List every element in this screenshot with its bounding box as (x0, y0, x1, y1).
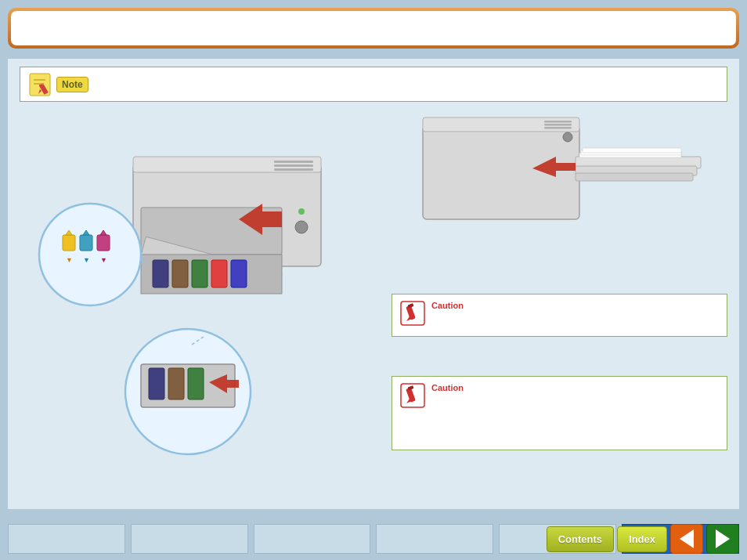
svg-point-21 (39, 204, 141, 305)
svg-rect-49 (583, 148, 681, 153)
caution-1-label: Caution (431, 301, 464, 310)
note-icon (28, 70, 56, 99)
svg-point-19 (295, 221, 308, 233)
top-bar-inner (11, 11, 736, 45)
svg-rect-35 (188, 368, 204, 399)
back-button[interactable] (670, 524, 703, 554)
note-box: Note (20, 67, 727, 102)
svg-rect-17 (231, 260, 247, 287)
svg-rect-46 (576, 173, 693, 181)
svg-rect-25 (80, 235, 92, 251)
caution-2-label: Caution (431, 383, 464, 392)
caution-2-icon (400, 383, 425, 408)
index-button[interactable]: Index (617, 526, 667, 552)
svg-rect-8 (274, 164, 313, 167)
svg-rect-22 (63, 235, 75, 251)
svg-rect-14 (172, 260, 188, 287)
note-label: Note (56, 77, 88, 92)
svg-point-51 (563, 132, 572, 142)
svg-rect-43 (544, 127, 572, 129)
bottom-tab-3[interactable] (254, 524, 371, 554)
svg-rect-34 (168, 368, 184, 399)
caution-box-2: Caution (392, 376, 727, 450)
bottom-tab-2[interactable] (131, 524, 248, 554)
main-content: Note (8, 59, 739, 509)
forward-arrow-icon (716, 529, 730, 548)
forward-button[interactable] (706, 524, 739, 554)
top-bar (8, 8, 739, 49)
svg-rect-16 (211, 260, 227, 287)
svg-rect-33 (149, 368, 164, 399)
svg-rect-9 (274, 168, 313, 171)
right-printer-illustration (376, 110, 727, 282)
svg-rect-7 (274, 161, 313, 163)
left-printer-illustration: ▼ ▼ ▼ (23, 110, 352, 470)
svg-rect-41 (544, 121, 572, 123)
caution-1-icon (400, 301, 425, 326)
svg-rect-42 (544, 124, 572, 126)
svg-text:▼: ▼ (66, 256, 73, 264)
bottom-tab-4[interactable] (376, 524, 493, 554)
contents-button[interactable]: Contents (547, 526, 614, 552)
svg-text:▼: ▼ (83, 256, 90, 264)
svg-point-20 (298, 208, 305, 215)
svg-rect-28 (97, 235, 110, 251)
back-arrow-icon (680, 529, 694, 548)
bottom-tab-1[interactable] (8, 524, 125, 554)
caution-box-1: Caution (392, 294, 727, 337)
nav-buttons: Contents Index (547, 524, 739, 554)
svg-rect-13 (153, 260, 168, 287)
svg-rect-15 (192, 260, 208, 287)
svg-text:▼: ▼ (100, 256, 107, 264)
